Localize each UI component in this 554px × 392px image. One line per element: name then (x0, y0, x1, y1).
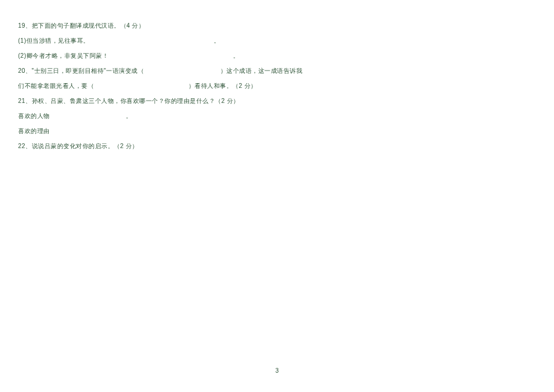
q20-part2: ）这个成语，这一成语告诉我 (220, 67, 303, 74)
q19-item-2-label: (2)卿今者才略，非复吴下阿蒙！ (18, 52, 108, 59)
q20-part4: ）看待人和事。（2 分） (188, 82, 257, 89)
page-number: 3 (0, 367, 554, 374)
q19-item-2-terminator: 。 (233, 52, 240, 59)
q20-line1: 20、"士别三日，即更刮目相待"一语演变成（ ）这个成语，这一成语告诉我 (18, 63, 536, 78)
q21-person-terminator: 。 (126, 113, 132, 119)
q21-reason-label: 喜欢的理由 (18, 123, 536, 138)
q19-item-1: (1)但当涉猎，见往事耳。 。 (18, 33, 536, 48)
q20-part3: 们不能拿老眼光看人，要（ (18, 82, 94, 89)
q19-prompt: 19、把下面的句子翻译成现代汉语。（4 分） (18, 18, 536, 33)
q21-person-label: 喜欢的人物 (18, 113, 50, 119)
q19-item-1-terminator: 。 (214, 37, 220, 44)
q19-item-1-label: (1)但当涉猎，见往事耳。 (18, 37, 90, 44)
q20-line2: 们不能拿老眼光看人，要（ ）看待人和事。（2 分） (18, 78, 536, 93)
q19-item-2: (2)卿今者才略，非复吴下阿蒙！ 。 (18, 48, 536, 63)
q20-part1: 20、"士别三日，即更刮目相待"一语演变成（ (18, 67, 144, 74)
q22-prompt: 22、说说吕蒙的变化对你的启示。（2 分） (18, 138, 536, 154)
q21-prompt: 21、孙权、吕蒙、鲁肃这三个人物，你喜欢哪一个？你的理由是什么？（2 分） (18, 93, 536, 108)
q21-person-line: 喜欢的人物 。 (18, 108, 536, 123)
